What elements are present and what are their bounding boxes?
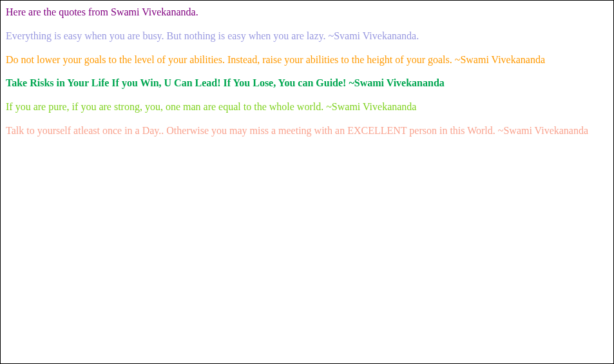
quote-1: Everything is easy when you are busy. Bu…: [6, 30, 608, 43]
quote-4: If you are pure, if you are strong, you,…: [6, 101, 608, 114]
quote-5: Talk to yourself atleast once in a Day..…: [6, 124, 608, 138]
quote-3: Take Risks in Your Life If you Win, U Ca…: [6, 77, 608, 90]
quote-2: Do not lower your goals to the level of …: [6, 53, 608, 67]
document-frame: Here are the quotes from Swami Vivekanan…: [0, 0, 614, 364]
intro-text: Here are the quotes from Swami Vivekanan…: [6, 6, 608, 19]
